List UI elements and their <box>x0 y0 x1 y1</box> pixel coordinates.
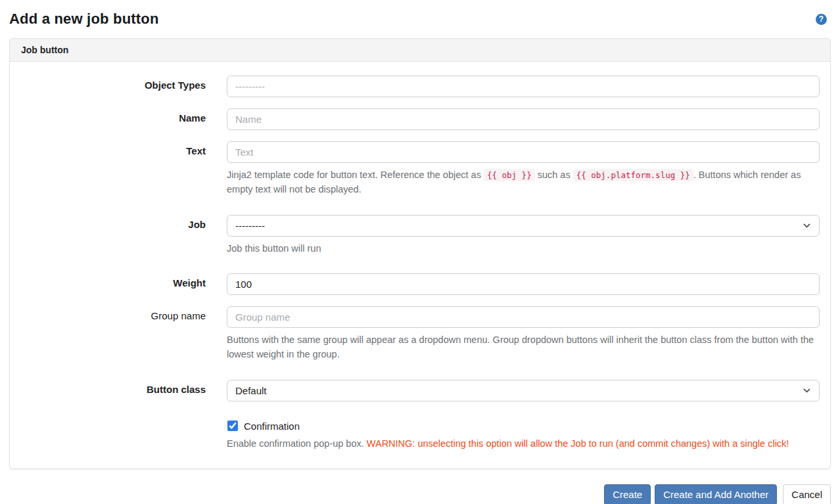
name-label: Name <box>20 108 227 130</box>
job-label: Job <box>20 215 227 256</box>
inline-code-obj-platform-slug: {{ obj.platform.slug }} <box>573 169 693 181</box>
confirmation-label-spacer <box>20 419 227 451</box>
weight-label: Weight <box>20 273 227 295</box>
form-row-name: Name <box>20 108 820 130</box>
panel-body: Object Types Name Text Jinja2 template c… <box>10 62 830 469</box>
job-select[interactable]: --------- <box>227 215 820 237</box>
text-help: Jinja2 template code for button text. Re… <box>227 168 820 197</box>
text-input[interactable] <box>227 141 820 163</box>
confirmation-checkbox[interactable] <box>227 421 238 431</box>
confirmation-label[interactable]: Confirmation <box>244 421 300 432</box>
form-row-confirmation: Confirmation Enable confirmation pop-up … <box>20 419 820 451</box>
text-label: Text <box>20 141 227 197</box>
create-button[interactable]: Create <box>604 484 651 504</box>
object-types-input[interactable] <box>227 76 820 97</box>
button-class-label: Button class <box>20 380 227 401</box>
form-row-group-name: Group name Buttons with the same group w… <box>20 306 820 362</box>
inline-code-obj: {{ obj }} <box>484 169 535 181</box>
text-help-part2: such as <box>535 170 573 180</box>
text-help-part1: Jinja2 template code for button text. Re… <box>227 170 484 180</box>
job-help: Job this button will run <box>227 242 820 256</box>
confirmation-help: Enable confirmation pop-up box. WARNING:… <box>227 437 820 451</box>
button-class-select[interactable]: Default <box>227 380 820 401</box>
form-row-object-types: Object Types <box>20 76 820 97</box>
name-input[interactable] <box>227 108 820 130</box>
page-header: Add a new job button ? <box>9 11 831 28</box>
form-row-text: Text Jinja2 template code for button tex… <box>20 141 820 197</box>
page-title: Add a new job button <box>9 11 159 28</box>
form-row-job: Job --------- Job this button will run <box>20 215 820 256</box>
weight-input[interactable] <box>227 273 820 295</box>
group-name-input[interactable] <box>227 306 820 328</box>
panel-header: Job button <box>10 39 830 62</box>
job-button-panel: Job button Object Types Name Text <box>9 38 831 469</box>
page: Add a new job button ? Job button Object… <box>0 0 840 504</box>
form-actions: Create Create and Add Another Cancel <box>9 484 831 504</box>
confirmation-help-part1: Enable confirmation pop-up box. <box>227 438 367 449</box>
form-row-button-class: Button class Default <box>20 380 820 401</box>
create-and-add-another-button[interactable]: Create and Add Another <box>655 484 777 504</box>
cancel-button[interactable]: Cancel <box>783 484 831 504</box>
object-types-label: Object Types <box>20 76 227 97</box>
group-name-label: Group name <box>20 306 227 362</box>
group-name-help: Buttons with the same group will appear … <box>227 333 820 362</box>
form-row-weight: Weight <box>20 273 820 295</box>
question-mark-icon[interactable]: ? <box>816 14 827 25</box>
confirmation-warning-text: WARNING: unselecting this option will al… <box>367 438 789 449</box>
